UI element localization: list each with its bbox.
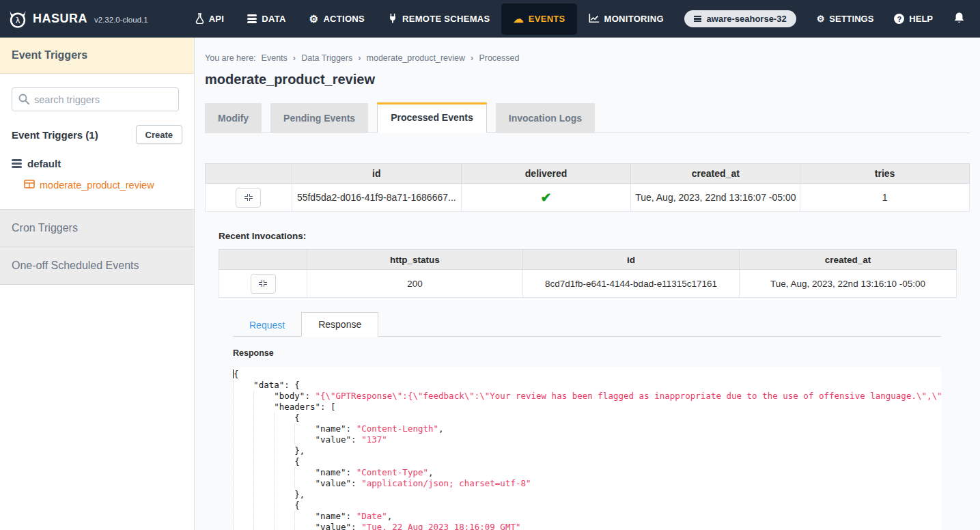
nav-item-remote-schemas[interactable]: REMOTE SCHEMAS	[376, 3, 501, 35]
settings-button[interactable]: ⚙ SETTINGS	[817, 14, 874, 24]
nav-item-label: ACTIONS	[323, 14, 365, 24]
invocations-table: http_status id created_at 200 8cd7d1fb-e…	[219, 249, 957, 298]
gears-icon: ⚙	[309, 14, 319, 24]
collapse-row-button[interactable]	[251, 274, 276, 294]
column-header-tries: tries	[800, 164, 970, 184]
project-pill[interactable]: aware-seahorse-32	[684, 10, 796, 27]
cloud-icon: ☁	[513, 14, 523, 24]
collapse-row-button[interactable]	[236, 188, 261, 208]
invocation-id-cell: 8cd7d1fb-e641-4144-bdad-e11315c17161	[523, 270, 740, 298]
search-box	[12, 87, 182, 111]
top-nav: λ HASURA v2.32.0-cloud.1 API DATA ⚙ ACTI…	[0, 0, 980, 38]
column-header-http-status: http_status	[307, 250, 523, 270]
nav-item-events[interactable]: ☁ EVENTS	[501, 3, 576, 35]
trigger-label: moderate_product_review	[40, 180, 154, 191]
sidebar-item-one-off-scheduled-events[interactable]: One-off Scheduled Events	[0, 247, 194, 285]
chart-icon	[589, 13, 600, 25]
invocation-http-status-cell: 200	[307, 270, 523, 298]
question-icon: ?	[894, 14, 904, 24]
nav-right: aware-seahorse-32 ⚙ SETTINGS ? HELP	[684, 10, 980, 27]
breadcrumb-events[interactable]: Events	[262, 53, 288, 63]
nav-item-label: REMOTE SCHEMAS	[402, 14, 490, 24]
hasura-logo[interactable]: λ HASURA v2.32.0-cloud.1	[0, 10, 158, 29]
chevron-right-icon: ›	[293, 53, 296, 63]
nav-item-api[interactable]: API	[184, 3, 236, 35]
breadcrumb-prefix: You are here:	[205, 53, 256, 63]
nav-item-label: EVENTS	[529, 14, 565, 24]
tab-pending-events[interactable]: Pending Events	[270, 103, 368, 133]
tab-processed-events[interactable]: Processed Events	[377, 102, 487, 133]
bell-icon	[953, 12, 965, 26]
list-icon	[694, 16, 701, 23]
event-triggers-count: Event Triggers (1)	[12, 129, 98, 141]
breadcrumb: You are here: Events › Data Triggers › m…	[205, 53, 970, 63]
search-icon	[18, 94, 29, 107]
nav-item-label: MONITORING	[604, 14, 664, 24]
nav-item-label: API	[209, 14, 225, 24]
tab-response[interactable]: Response	[301, 312, 378, 337]
flask-icon	[195, 13, 204, 25]
request-response-tabs: Request Response	[233, 312, 941, 337]
gear-icon: ⚙	[817, 14, 825, 24]
processed-events-table: id delivered created_at tries 55fd5da2-d…	[205, 163, 970, 212]
chevron-right-icon: ›	[358, 53, 361, 63]
invocation-created-at-cell: Tue, Aug, 2023, 22nd 13:16:10 -05:00	[740, 270, 957, 298]
column-header-id: id	[292, 164, 461, 184]
sidebar-item-cron-triggers[interactable]: Cron Triggers	[0, 210, 194, 247]
tab-request[interactable]: Request	[233, 313, 301, 337]
recent-invocations-label: Recent Invocations:	[219, 231, 970, 241]
sidebar-item-moderate-product-review[interactable]: moderate_product_review	[24, 179, 182, 209]
delivered-check-icon: ✔	[541, 191, 552, 205]
sidebar-item-default-database[interactable]: default	[12, 158, 182, 169]
nav-items: API DATA ⚙ ACTIONS REMOTE SCHEMAS ☁ EVEN…	[184, 3, 675, 35]
settings-label: SETTINGS	[829, 14, 873, 24]
hasura-logo-icon: λ	[8, 10, 27, 29]
column-header-delivered: delivered	[461, 164, 631, 184]
table-row: 55fd5da2-d016-41f9-8a71-1686667... ✔ Tue…	[206, 184, 970, 212]
event-id-cell: 55fd5da2-d016-41f9-8a71-1686667...	[292, 184, 461, 212]
tab-invocation-logs[interactable]: Invocation Logs	[496, 103, 595, 133]
nav-item-data[interactable]: DATA	[236, 3, 297, 35]
nav-item-actions[interactable]: ⚙ ACTIONS	[298, 3, 376, 35]
database-icon	[247, 14, 257, 24]
column-header-expand	[219, 250, 307, 270]
project-name: aware-seahorse-32	[707, 14, 787, 24]
trigger-tabs: Modify Pending Events Processed Events I…	[205, 102, 970, 133]
column-header-id: id	[523, 250, 740, 270]
event-tries-cell: 1	[800, 184, 970, 212]
compress-icon	[244, 194, 253, 201]
breadcrumb-data-triggers[interactable]: Data Triggers	[301, 53, 352, 63]
response-section-label: Response	[233, 348, 970, 358]
sidebar-title: Event Triggers	[0, 38, 194, 74]
main-content: You are here: Events › Data Triggers › m…	[195, 38, 980, 530]
help-label: HELP	[909, 14, 933, 24]
nav-item-monitoring[interactable]: MONITORING	[577, 3, 675, 35]
plug-icon	[388, 13, 397, 25]
notifications-button[interactable]	[953, 12, 965, 26]
sidebar: Event Triggers Event Triggers (1) Create…	[0, 38, 195, 530]
svg-text:λ: λ	[15, 16, 20, 25]
database-label: default	[27, 158, 61, 169]
column-header-expand	[206, 164, 292, 184]
help-button[interactable]: ? HELP	[894, 14, 933, 24]
breadcrumb-trigger-name[interactable]: moderate_product_review	[367, 53, 466, 63]
breadcrumb-processed[interactable]: Processed	[479, 53, 519, 63]
search-input[interactable]	[12, 87, 179, 111]
table-icon	[24, 179, 35, 191]
response-code-editor[interactable]: { "data": { "body": "{\"GPTResponse\":{\…	[233, 367, 941, 530]
tab-modify[interactable]: Modify	[205, 103, 262, 133]
event-created-at-cell: Tue, Aug, 2023, 22nd 13:16:07 -05:00	[631, 184, 800, 212]
create-button[interactable]: Create	[136, 125, 182, 144]
table-row: 200 8cd7d1fb-e641-4144-bdad-e11315c17161…	[219, 270, 957, 298]
column-header-created-at: created_at	[631, 164, 800, 184]
chevron-right-icon: ›	[471, 53, 473, 63]
version-label: v2.32.0-cloud.1	[94, 16, 148, 24]
column-header-created-at: created_at	[740, 250, 957, 270]
brand-name: HASURA	[33, 12, 87, 26]
compress-icon	[259, 280, 267, 287]
nav-item-label: DATA	[262, 14, 285, 24]
database-icon	[12, 159, 22, 169]
page-title: moderate_product_review	[205, 72, 970, 87]
